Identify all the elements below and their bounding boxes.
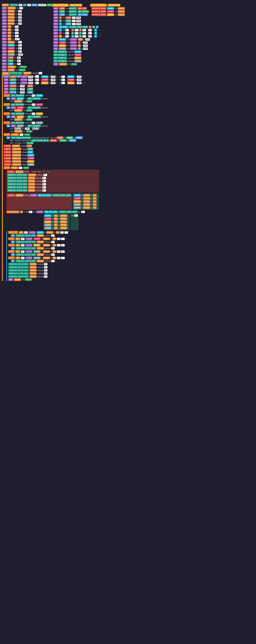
set-slider0: Set Slider0 value cmykC — [53, 50, 101, 53]
write-cmykm: write a line cmykM in uart1 — [92, 10, 125, 13]
if-slider3-header: ⊙ if Get Slider3 value ≠ cmykK — [4, 121, 99, 124]
label3-show-left: Label label3 show round max of list crea… — [6, 193, 72, 210]
final-write-wstep: digital write pin WStep value 0 — [8, 275, 99, 278]
set-r-row: set R to rgbR + 255 — [53, 16, 101, 19]
set-enable-kw: set — [2, 7, 7, 10]
do-slider-true: Do Set touch_button1 backgroundColor by … — [6, 136, 99, 144]
set-count-row: set count to false — [2, 69, 61, 72]
workspace: uart1 set tx 25 rx 27 baud 115200 use ua… — [0, 0, 256, 644]
set-fontb: set fontB to 255 - rgbB — [4, 91, 99, 94]
final-write-ystep: digital write pin YStep value 0 — [8, 269, 99, 272]
set-fontg: set fontG to 255 - rgbG — [4, 88, 99, 90]
label10-show: Label label10 show rgbG — [4, 148, 99, 150]
set-g-row: set G to rgbG + 255 — [53, 20, 101, 22]
if-w-block: ⊙ if tbl <= round cmykW X Stepx X Wx + - — [8, 256, 99, 259]
count-with-by: by 1 — [71, 214, 79, 230]
touch-button1-section: touch_button1 wasPressed write a line cm… — [90, 4, 125, 16]
count-do-body: do ⊙ if tbl <= round cmykC X Stepx X Mx … — [6, 231, 99, 281]
count-with-header: count with i from 0 to round max of list… — [6, 210, 99, 213]
if-count-true-header: ⊙ if count = true — [4, 166, 99, 169]
if-slider-true-header: ⊙ if slider = true — [4, 133, 99, 136]
if-slider2-header: ⊙ if Get Slider2 value ≠ cmykY — [4, 112, 99, 115]
label18-show: Label label18 show cmykY — [4, 160, 99, 163]
if-y-block: ⊙ if tbl <= round cmykY X Stepx X Yx + - — [8, 244, 99, 246]
rx-value[interactable]: 27 — [27, 4, 31, 6]
max-list-row: max of list create list with R G B — [53, 26, 101, 28]
enable-val[interactable]: 2 — [19, 7, 23, 9]
label16-show: Label label16 show cmykC — [4, 154, 99, 157]
set-slider-row: set slider to false — [2, 66, 61, 68]
set-cmykk-round: set cmykK to round K X 100 — [53, 47, 101, 50]
rx-block: rx — [23, 4, 27, 6]
tx-value[interactable]: 25 — [18, 4, 22, 6]
do-write-ystep: do digital write pin YStep value 1 — [11, 247, 99, 250]
set-y-row: set Y to 1 - B + B + + 1 - K - + — [53, 35, 101, 38]
if-k-block: ⊙ if tbl <= round cmykK X Stepx X Kx + - — [8, 250, 99, 253]
label3-show-container: Label label3 show round max of list crea… — [6, 193, 99, 210]
set-c-row: set C to 1 - R + R + + 1 - K - + — [53, 29, 101, 32]
do-write-mstep: do digital write pin MStep value 1 — [11, 240, 99, 243]
do-count-true: Label label3 show round max of list digi… — [6, 170, 99, 281]
write-cmyky: write a line cmykY in uart1 — [92, 13, 125, 16]
count-with-container: cmykC X Cx X Stepx - cmykM X Mx X — [6, 214, 99, 230]
set-slider-true: set slider to true — [53, 63, 101, 66]
count-with-list: cmykC X Cx X Stepx - cmykM X Mx X — [43, 214, 70, 230]
set-fontr: set fontR to 255 - rgbR — [4, 85, 99, 88]
baud-block: baud — [31, 4, 38, 6]
tb1-body: write a line cmykC in uart1 write a line… — [92, 7, 125, 16]
label17-show: Label label17 show cmykM — [4, 157, 99, 160]
if-c-block: do ⊙ if tbl <= round cmykC X Stepx X Mx … — [8, 231, 99, 234]
if-m-block: ⊙ if tbl <= round cmykM X Stepx X Mx + - — [8, 237, 99, 240]
set-b-row: set B to rgbB + 255 — [53, 22, 101, 25]
final-write-cstep: digital write pin CStep value 0 — [8, 263, 99, 266]
set-slider2: Set Slider2 value cmykY — [53, 57, 101, 59]
label3-show-right: cmykC X Stepx X Cx - cmykM X Stepx X — [73, 193, 99, 210]
set-m-row: set M to 1 - G + G + + 1 - K - + — [53, 32, 101, 34]
set-rgbgc: set rgbGC to round 255 X 1 - cmykM + 100… — [4, 78, 99, 81]
uart1-label: uart1 — [2, 4, 9, 6]
baud-value[interactable]: 115200 — [38, 4, 46, 6]
do-write-cstep: do digital write pin CStep value 1 — [11, 234, 99, 237]
tb1-header: touch_button1 wasPressed — [90, 4, 125, 7]
loop-header: loop — [2, 72, 99, 75]
set-tx-block[interactable]: set tx — [10, 4, 18, 6]
do-slider3: do set cmykK to Get Slider3 value set cm… — [6, 124, 99, 133]
do-write-kstep: do digital write pin KStep value 1 — [11, 253, 99, 256]
if-slider1-header: ⊙ if Get Slider1 value ≠ cmykM — [4, 103, 99, 106]
set-slider1: Set Slider1 value cmykM — [53, 54, 101, 56]
label11-show: Label label11 show rgbB — [4, 151, 99, 154]
final-write-kstep: digital write pin KStep value 0 — [8, 272, 99, 275]
do-slider2: do set cmykY to Get Slider2 value set sl… — [6, 116, 99, 121]
set-cmykc-round: set cmykC to round Obj X 100 — [53, 38, 101, 41]
loop-body: set rgbRC to round 255 X 1 - cmykC + 100… — [2, 76, 99, 281]
do-slider1: do set cmykM to Get Slider1 value set sl… — [6, 106, 99, 112]
set-rgbbc: set rgbBC to round 255 X 1 - cmykY + 100… — [4, 82, 99, 84]
label9-show: Label label9 show rgbR — [4, 144, 99, 147]
set-count-false: set count to false — [8, 278, 99, 281]
if-slider0-header: ⊙ if Get Slider0 value ≠ cmykC — [4, 94, 99, 97]
enable-var: enable — [7, 7, 16, 10]
set-slider3: Set Slider3 value cmykK — [53, 60, 101, 62]
final-write-mstep: digital write pin MStep value 0 — [8, 266, 99, 269]
do-slider0: do set cmykC to Get Slider0 value set sl… — [6, 97, 99, 103]
count-section-bg: Label label3 show round max of list digi… — [6, 170, 99, 192]
set-cmyky-round: set cmykY to round Y X 100 — [53, 44, 101, 47]
loop-section: loop set rgbRC to round 255 X 1 - cmykC … — [2, 72, 99, 281]
write-cmykc: write a line cmykC in uart1 — [92, 7, 125, 10]
label19-show: Label label19 show cmykK — [4, 163, 99, 166]
set-rgbrc: set rgbRC to round 255 X 1 - cmykC + 100… — [4, 76, 99, 78]
do-write-wstep: do digital write pin WStep value 1 — [11, 260, 99, 262]
set-cmykm-round: set cmykM to round M X 100 — [53, 41, 101, 44]
